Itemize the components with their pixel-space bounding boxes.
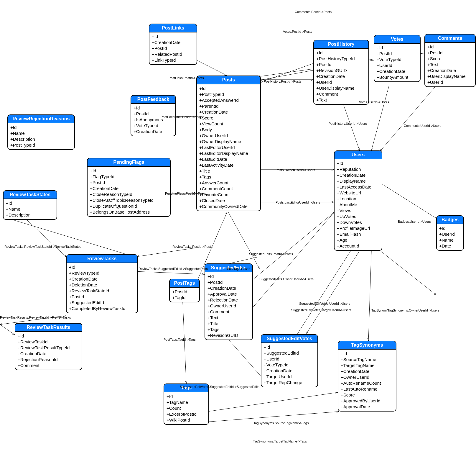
entity-title-suggestededitvotes: SuggestedEditVotes	[261, 335, 317, 343]
entity-title-reviewtaskstates: ReviewTaskStates	[4, 191, 57, 199]
attr: +Title	[207, 321, 250, 327]
entity-votes[interactable]: Votes+Id+PostId+VoteTypeId+UserId+Creati…	[374, 35, 421, 82]
attr: +Comment	[18, 363, 79, 368]
entity-tagsynonyms[interactable]: TagSynonyms+Id+SourceTagName+TargetTagNa…	[338, 341, 396, 412]
entity-comments[interactable]: Comments+Id+PostId+Score+Text+CreationDa…	[424, 34, 476, 87]
svg-line-32	[208, 412, 339, 422]
attr: +PostId	[172, 289, 197, 295]
entity-body-posttags: +PostId+TagId	[170, 288, 199, 302]
entity-badges[interactable]: Badges+Id+UserId+Name+Date	[436, 215, 464, 251]
attr: +Name	[10, 130, 72, 136]
attr: +Age	[337, 237, 379, 243]
entity-body-reviewtasks: +Id+ReviewTypeId+CreationDate+DeletionDa…	[67, 263, 137, 313]
attr: +Id	[341, 351, 393, 357]
entity-pendingflags[interactable]: PendingFlags+Id+FlagTypeId+PostId+Creati…	[87, 158, 171, 217]
svg-line-13	[380, 183, 436, 218]
attr: +CreationDate	[264, 368, 315, 374]
attr: +Score	[427, 56, 473, 62]
entity-reviewtaskresults[interactable]: ReviewTaskResults+Id+ReviewTaskId+Review…	[15, 323, 82, 370]
entity-body-tags: +Id+TagName+Count+ExcerptPostId+WikiPost…	[164, 392, 208, 424]
attr: +UserId	[427, 79, 473, 85]
attr: +Id	[439, 225, 461, 231]
attr: +LastActivityDate	[199, 162, 258, 168]
attr: +Text	[316, 97, 366, 103]
rel-comments-posts: Comments.PostId->Posts	[295, 10, 332, 14]
rel-posthistory-users: PostHistory.UserId->Users	[329, 122, 367, 125]
svg-line-21	[252, 212, 334, 280]
rel-reviewtasks-states: ReviewTasks.ReviewTaskStateId->ReviewTas…	[4, 245, 81, 248]
attr: +AutoRenameCount	[341, 380, 393, 386]
rel-reviewtasks-posts: ReviewTasks.PostId->Posts	[172, 245, 213, 248]
attr: +ExcerptPostId	[167, 411, 206, 417]
entity-reviewtasks[interactable]: ReviewTasks+Id+ReviewTypeId+CreationDate…	[66, 254, 138, 313]
attr: +PostId	[427, 50, 473, 56]
attr: +Text	[207, 315, 250, 321]
entity-tags[interactable]: Tags+Id+TagName+Count+ExcerptPostId+Wiki…	[164, 383, 209, 425]
attr: +Name	[439, 237, 461, 243]
rel-postfeedback-posts: PostFeedback.PostId->Posts	[161, 115, 202, 119]
attr: +CommunityOwnedDate	[199, 204, 258, 209]
entity-body-postfeedback: +Id+PostId+IsAnonymous+VoteTypeId+Creati…	[131, 104, 175, 136]
attr: +SuggestedEditId	[69, 300, 135, 306]
attr: +OwnerUserId	[341, 374, 393, 380]
svg-line-9	[342, 102, 360, 150]
attr: +UserDisplayName	[427, 73, 473, 79]
attr: +RejectionReasonId	[18, 357, 79, 363]
attr: +Comment	[316, 91, 366, 97]
attr: +Tags	[199, 174, 258, 180]
attr: +ViewCount	[199, 121, 258, 127]
svg-line-24	[307, 251, 360, 333]
attr: +Id	[69, 264, 135, 270]
attr: +Tags	[207, 327, 250, 332]
attr: +Text	[427, 62, 473, 68]
entity-suggestededitvotes[interactable]: SuggestedEditVotes+Id+SuggestedEditId+Us…	[261, 334, 318, 387]
entity-body-badges: +Id+UserId+Name+Date	[437, 224, 463, 250]
entity-reviewtaskstates[interactable]: ReviewTaskStates+Id+Name+Description	[3, 190, 57, 220]
attr: +Score	[199, 115, 258, 121]
attr: +DownVotes	[337, 219, 379, 225]
attr: +Count	[167, 405, 206, 411]
svg-line-17	[24, 217, 66, 257]
entity-posts[interactable]: Posts+Id+PostTypeId+AcceptedAnswerId+Par…	[196, 76, 261, 211]
entity-reviewrejectionreasons[interactable]: ReviewRejectionReasons+Id+Name+Descripti…	[7, 114, 75, 150]
attr: +Id	[337, 160, 379, 166]
entity-title-postfeedback: PostFeedback	[131, 96, 175, 104]
entity-body-reviewtaskresults: +Id+ReviewTaskId+ReviewTaskResultTypeId+…	[15, 332, 82, 370]
svg-line-14	[137, 248, 196, 257]
entity-posthistory[interactable]: PostHistory+Id+PostHistoryTypeId+PostId+…	[313, 40, 369, 105]
svg-line-30	[227, 338, 261, 376]
attr: +CreationDate	[69, 276, 135, 282]
attr: +Id	[18, 333, 79, 339]
rel-posts-editor-users: Posts.LastEditorUserId->Users	[276, 201, 320, 204]
attr: +UserId	[377, 63, 418, 68]
attr: +LastAutoRename	[341, 386, 393, 392]
svg-line-18	[136, 271, 205, 274]
entity-body-reviewrejectionreasons: +Id+Name+Description+PostTypeId	[8, 123, 74, 149]
entity-title-comments: Comments	[425, 35, 475, 43]
attr: +FavoriteCount	[199, 192, 258, 198]
entity-body-tagsynonyms: +Id+SourceTagName+TargetTagName+Creation…	[338, 350, 396, 411]
attr: +ReviewTypeId	[69, 270, 135, 276]
attr: +PostId	[316, 62, 366, 68]
entity-users[interactable]: Users+Id+Reputation+CreationDate+Display…	[334, 150, 382, 251]
attr: +CreationDate	[90, 186, 168, 191]
attr: +AcceptedAnswerId	[199, 97, 258, 103]
rel-posttags-tags: PostTags.TagId->Tags	[164, 338, 196, 341]
attr: +OwnerUserId	[199, 133, 258, 139]
attr: +PostTypeId	[199, 91, 258, 97]
rel-sev-target-users: SuggestedEditVotes.TargetUserId->Users	[291, 308, 351, 312]
entity-title-users: Users	[335, 151, 382, 159]
attr: +DeletionDate	[69, 282, 135, 288]
attr: +Id	[316, 50, 366, 56]
rel-postlinks-posts: PostLinks.PostId->Posts	[169, 76, 204, 80]
entity-postlinks[interactable]: PostLinks+Id+CreationDate+PostId+Related…	[149, 24, 197, 65]
attr: +CreationDate	[207, 285, 250, 291]
entity-body-comments: +Id+PostId+Score+Text+CreationDate+UserD…	[425, 43, 475, 86]
rel-sev-se: SuggestedEditVotes.SuggestedEditId->Sugg…	[180, 385, 259, 389]
attr: +Score	[341, 392, 393, 398]
attr: +WikiPostId	[167, 417, 206, 423]
entity-suggestededits[interactable]: SuggestedEdits+Id+PostId+CreationDate+Ap…	[205, 263, 253, 340]
attr: +TargetUserId	[264, 374, 315, 380]
entity-posttags[interactable]: PostTags+PostId+TagId	[169, 279, 200, 302]
attr: +PostId	[69, 294, 135, 300]
